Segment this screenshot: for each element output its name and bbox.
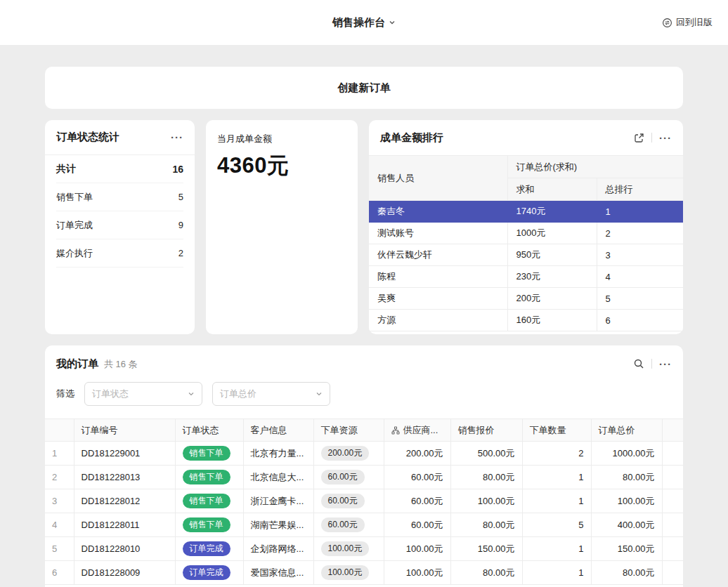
open-external-icon[interactable] bbox=[634, 133, 644, 143]
cell-order-status: 订单完成 bbox=[175, 561, 243, 585]
resource-pill: 60.00元 bbox=[321, 470, 365, 485]
resource-pill: 100.00元 bbox=[321, 541, 370, 557]
status-badge: 销售下单 bbox=[183, 494, 230, 509]
cell-resource: 60.00元 bbox=[313, 513, 384, 537]
rank-cell-sum: 950元 bbox=[507, 244, 597, 266]
order-row[interactable]: 1 DD181229001 销售下单 北京有力量... 200.00元 200.… bbox=[45, 442, 683, 466]
cell-filler bbox=[662, 537, 683, 561]
cell-customer: 浙江金鹰卡... bbox=[243, 489, 313, 513]
create-order-button[interactable]: 创建新订单 bbox=[45, 67, 683, 109]
status-badge: 销售下单 bbox=[183, 517, 230, 533]
status-row[interactable]: 媒介执行 2 bbox=[56, 239, 183, 268]
status-badge: 订单完成 bbox=[183, 541, 230, 557]
rank-cell-name: 伙伴云魏少轩 bbox=[369, 244, 507, 266]
page-content: 创建新订单 订单状态统计 ··· 共计 16 销售下单 5 订单完成 9 bbox=[0, 45, 728, 587]
cell-supplier-price: 200.00元 bbox=[384, 442, 450, 466]
status-badge: 销售下单 bbox=[183, 470, 230, 485]
search-icon[interactable] bbox=[633, 358, 644, 369]
status-value: 2 bbox=[178, 248, 183, 258]
ranking-row[interactable]: 方源 160元 6 bbox=[369, 310, 683, 331]
ranking-row[interactable]: 测试账号 1000元 2 bbox=[369, 223, 683, 244]
resource-pill: 200.00元 bbox=[321, 446, 370, 461]
order-status-card: 订单状态统计 ··· 共计 16 销售下单 5 订单完成 9 媒介执行 bbox=[45, 120, 195, 334]
resource-pill: 60.00元 bbox=[321, 517, 365, 533]
cell-filler bbox=[662, 513, 683, 537]
order-status-list: 共计 16 销售下单 5 订单完成 9 媒介执行 2 bbox=[45, 155, 195, 268]
switch-version-icon bbox=[662, 18, 672, 28]
filter-order-total-placeholder: 订单总价 bbox=[220, 388, 256, 400]
cell-row-number: 2 bbox=[45, 466, 74, 489]
monthly-amount-label: 当月成单金额 bbox=[217, 133, 346, 145]
status-row[interactable]: 销售下单 5 bbox=[56, 183, 183, 211]
order-row[interactable]: 2 DD181228013 销售下单 北京信息大... 60.00元 60.00… bbox=[45, 466, 683, 489]
chevron-down-icon bbox=[316, 390, 323, 397]
status-row[interactable]: 订单完成 9 bbox=[56, 211, 183, 239]
cell-sales-quote: 150.00元 bbox=[450, 537, 522, 561]
filter-label: 筛选 bbox=[56, 388, 74, 400]
order-row[interactable]: 3 DD181228012 销售下单 浙江金鹰卡... 60.00元 60.00… bbox=[45, 489, 683, 513]
resource-pill: 100.00元 bbox=[321, 565, 370, 581]
rank-cell-name: 秦吉冬 bbox=[369, 201, 507, 223]
status-row-total[interactable]: 共计 16 bbox=[56, 155, 183, 183]
col-customer: 客户信息 bbox=[243, 419, 313, 442]
my-orders-title-wrap: 我的订单 共 16 条 bbox=[56, 357, 138, 371]
my-orders-card: 我的订单 共 16 条 ··· 筛选 订单状态 订单总价 bbox=[45, 345, 683, 587]
relation-field-icon bbox=[391, 426, 400, 435]
ranking-card-header: 成单金额排行 ··· bbox=[369, 120, 683, 155]
order-status-card-title: 订单状态统计 bbox=[56, 131, 119, 144]
status-label: 共计 bbox=[56, 163, 76, 176]
rank-cell-name: 方源 bbox=[369, 310, 507, 331]
rank-cell-sum: 160元 bbox=[507, 310, 597, 331]
cell-row-number: 1 bbox=[45, 442, 74, 466]
rank-cell-rank: 1 bbox=[597, 201, 683, 223]
app-title-dropdown[interactable]: 销售操作台 bbox=[332, 16, 396, 29]
filter-order-status-select[interactable]: 订单状态 bbox=[84, 382, 202, 406]
cell-order-total: 100.00元 bbox=[591, 489, 662, 513]
cell-row-number: 4 bbox=[45, 513, 74, 537]
cell-order-status: 销售下单 bbox=[175, 489, 243, 513]
rank-cell-rank: 2 bbox=[597, 223, 683, 244]
status-badge: 订单完成 bbox=[183, 565, 230, 581]
status-label: 订单完成 bbox=[56, 219, 93, 232]
back-to-old-version-link[interactable]: 回到旧版 bbox=[662, 0, 713, 45]
cell-resource: 60.00元 bbox=[313, 466, 384, 489]
cell-order-total: 80.00元 bbox=[591, 561, 662, 585]
cell-filler bbox=[662, 466, 683, 489]
rank-cell-rank: 5 bbox=[597, 288, 683, 310]
more-menu-icon[interactable]: ··· bbox=[659, 133, 672, 143]
cell-sales-quote: 100.00元 bbox=[450, 489, 522, 513]
more-menu-icon[interactable]: ··· bbox=[659, 359, 672, 369]
cell-order-status: 销售下单 bbox=[175, 442, 243, 466]
rank-cell-sum: 200元 bbox=[507, 288, 597, 310]
cell-quantity: 2 bbox=[522, 442, 591, 466]
filter-order-total-select[interactable]: 订单总价 bbox=[212, 382, 330, 406]
cell-filler bbox=[662, 442, 683, 466]
cell-sales-quote: 80.00元 bbox=[450, 466, 522, 489]
col-quantity: 下单数量 bbox=[522, 419, 591, 442]
cell-quantity: 1 bbox=[522, 561, 591, 585]
rank-cell-sum: 1740元 bbox=[507, 201, 597, 223]
more-menu-icon[interactable]: ··· bbox=[171, 132, 183, 143]
rank-cell-rank: 6 bbox=[597, 310, 683, 331]
cell-order-no: DD181228010 bbox=[74, 537, 175, 561]
ranking-row[interactable]: 伙伴云魏少轩 950元 3 bbox=[369, 244, 683, 266]
col-order-total: 订单总价 bbox=[591, 419, 662, 442]
create-order-label: 创建新订单 bbox=[338, 81, 391, 95]
order-row[interactable]: 4 DD181228011 销售下单 湖南芒果娱... 60.00元 60.00… bbox=[45, 513, 683, 537]
top-app-bar: 销售操作台 回到旧版 bbox=[0, 0, 728, 45]
cell-filler bbox=[662, 561, 683, 585]
monthly-amount-value: 4360元 bbox=[217, 151, 346, 180]
cell-resource: 100.00元 bbox=[313, 561, 384, 585]
cell-order-no: DD181228011 bbox=[74, 513, 175, 537]
status-label: 媒介执行 bbox=[56, 247, 93, 260]
order-row[interactable]: 6 DD181228009 订单完成 爱国家信息... 100.00元 100.… bbox=[45, 561, 683, 585]
divider bbox=[651, 133, 652, 143]
rank-cell-rank: 3 bbox=[597, 244, 683, 266]
ranking-row[interactable]: 陈程 230元 4 bbox=[369, 266, 683, 288]
col-filler bbox=[662, 419, 683, 442]
ranking-card-title: 成单金额排行 bbox=[380, 131, 443, 145]
order-row[interactable]: 5 DD181228010 订单完成 企划路网络... 100.00元 100.… bbox=[45, 537, 683, 561]
chevron-down-icon bbox=[188, 390, 195, 397]
ranking-row[interactable]: 吴爽 200元 5 bbox=[369, 288, 683, 310]
ranking-row[interactable]: 秦吉冬 1740元 1 bbox=[369, 201, 683, 223]
